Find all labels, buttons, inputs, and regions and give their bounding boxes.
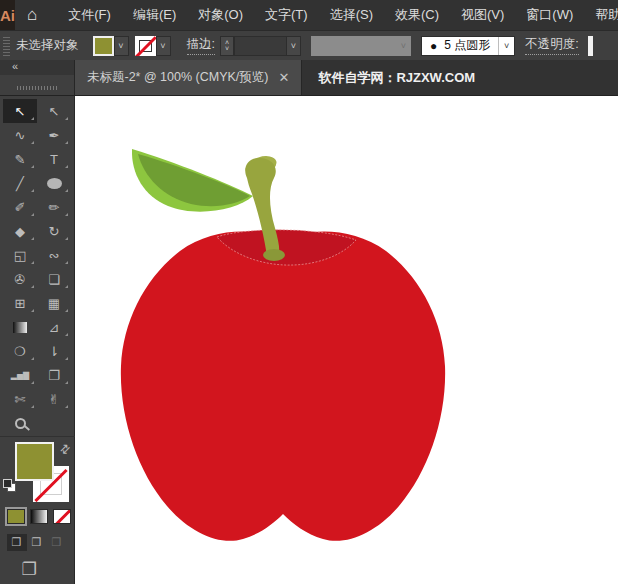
rotate-tool[interactable]: ↻ — [37, 219, 71, 243]
paintbrush-tool[interactable]: ✐ — [3, 195, 37, 219]
stroke-weight-field[interactable] — [234, 36, 286, 56]
control-bar: 未选择对象 ˅ ˅ 描边: ˄ ˅ ˅ ˅ ● 5 点圆形 ˅ 不透明度: — [0, 30, 618, 60]
zoom-tool[interactable] — [3, 411, 37, 435]
scale-tool[interactable]: ◱ — [3, 243, 37, 267]
apple-body-shape[interactable] — [121, 232, 445, 541]
gradient-button[interactable] — [30, 509, 48, 524]
fill-stroke-panel: ⇄ ❒ ❒ ❒ ❐ — [0, 436, 75, 584]
stepper-down-icon: ˅ — [225, 46, 229, 52]
menu-edit[interactable]: 编辑(E) — [122, 0, 187, 30]
stroke-weight-dropdown[interactable]: ˅ — [286, 36, 301, 56]
collapse-toolbar-icon[interactable]: « — [0, 60, 74, 75]
blend-tool[interactable]: ❍ — [3, 339, 37, 363]
direct-selection-tool[interactable]: ↖ — [37, 99, 71, 123]
menu-type[interactable]: 文字(T) — [254, 0, 319, 30]
tab-bar: « 未标题-2* @ 100% (CMYK/预览) ✕ 软件自学网：RJZXW.… — [0, 60, 618, 95]
opacity-field[interactable] — [588, 36, 593, 56]
chevron-down-icon: ˅ — [498, 37, 514, 55]
app-logo: Ai — [0, 0, 15, 30]
fill-indicator[interactable] — [15, 442, 54, 481]
width-profile-dropdown: ˅ — [311, 36, 411, 56]
selection-tool[interactable]: ↖ — [3, 99, 37, 123]
stroke-label[interactable]: 描边: — [187, 36, 215, 55]
gradient-tool[interactable] — [3, 315, 37, 339]
chevron-down-icon: ˅ — [114, 36, 129, 56]
document-tab[interactable]: 未标题-2* @ 100% (CMYK/预览) ✕ — [75, 60, 302, 95]
puppet-warp-tool[interactable]: ✇ — [3, 267, 37, 291]
type-tool[interactable]: T — [37, 147, 71, 171]
perspective-grid-tool[interactable]: ⊞ — [3, 291, 37, 315]
brush-dot-icon: ● — [430, 39, 437, 53]
eyedropper-tool[interactable]: ⇂ — [37, 339, 71, 363]
brush-name: 5 点圆形 — [444, 37, 490, 54]
menu-bar: Ai ⌂ 文件(F) 编辑(E) 对象(O) 文字(T) 选择(S) 效果(C)… — [0, 0, 618, 30]
menu-object[interactable]: 对象(O) — [187, 0, 254, 30]
magnifier-icon — [15, 418, 26, 429]
pencil-tool[interactable]: ✏ — [37, 195, 71, 219]
menu-effect[interactable]: 效果(C) — [384, 0, 450, 30]
selection-status: 未选择对象 — [16, 37, 79, 54]
apple-artwork — [75, 96, 618, 584]
opacity-label[interactable]: 不透明度: — [525, 36, 578, 55]
screen-mode-icon[interactable]: ❐ — [22, 559, 37, 580]
illustrator-window: Ai ⌂ 文件(F) 编辑(E) 对象(O) 文字(T) 选择(S) 效果(C)… — [0, 0, 618, 584]
close-icon[interactable]: ✕ — [278, 70, 289, 85]
tools-panel: ↖ ↖ ∿ ✒ ✎ T ╱ ✐ ✏ ◆ ↻ ◱ ∾ ✇ ❏ ⊞ ▦ ⊿ ❍ — [0, 96, 75, 584]
line-segment-tool[interactable]: ╱ — [3, 171, 37, 195]
stroke-color-combo[interactable]: ˅ — [135, 36, 171, 56]
measure-tool[interactable]: ⊿ — [37, 315, 71, 339]
color-button[interactable] — [7, 509, 25, 524]
swap-fill-stroke-icon[interactable]: ⇄ — [57, 440, 74, 457]
curvature-tool[interactable]: ✎ — [3, 147, 37, 171]
artboard-tool[interactable]: ❐ — [37, 363, 71, 387]
width-tool[interactable]: ∾ — [37, 243, 71, 267]
menu-select[interactable]: 选择(S) — [319, 0, 384, 30]
ellipse-tool[interactable] — [37, 171, 71, 195]
panel-grip-icon[interactable] — [3, 36, 10, 56]
fill-color-combo[interactable]: ˅ — [93, 36, 129, 56]
artboard-canvas[interactable] — [75, 96, 618, 584]
home-icon[interactable]: ⌂ — [15, 5, 49, 25]
lasso-tool[interactable]: ∿ — [3, 123, 37, 147]
stroke-weight-stepper[interactable]: ˄ ˅ — [220, 36, 234, 56]
hand-tool[interactable]: ✌ — [37, 387, 71, 411]
toolbar-header: « — [0, 60, 75, 95]
shape-builder-tool[interactable]: ❏ — [37, 267, 71, 291]
mesh-tool[interactable]: ▦ — [37, 291, 71, 315]
none-button[interactable] — [53, 509, 71, 524]
eraser-tool[interactable]: ◆ — [3, 219, 37, 243]
fill-swatch — [93, 36, 114, 56]
menu-window[interactable]: 窗口(W) — [515, 0, 584, 30]
column-graph-tool[interactable]: ▂▅▇ — [3, 363, 37, 387]
draw-normal-mode[interactable]: ❒ — [7, 534, 27, 551]
pen-tool[interactable]: ✒ — [37, 123, 71, 147]
stem-base-shape[interactable] — [263, 249, 285, 261]
draw-inside-mode: ❒ — [47, 534, 67, 551]
watermark-text: 软件自学网：RJZXW.COM — [318, 60, 475, 95]
document-tab-title: 未标题-2* @ 100% (CMYK/预览) — [87, 69, 268, 86]
slice-tool[interactable]: ✄ — [3, 387, 37, 411]
toolbar-drag-handle[interactable] — [17, 86, 57, 90]
draw-behind-mode[interactable]: ❒ — [27, 534, 47, 551]
ellipse-icon — [47, 178, 62, 189]
chevron-down-icon: ˅ — [396, 36, 411, 56]
chevron-down-icon: ˅ — [156, 36, 171, 56]
menu-help[interactable]: 帮助(H) — [584, 0, 618, 30]
stroke-none-swatch — [135, 36, 156, 56]
menu-file[interactable]: 文件(F) — [57, 0, 122, 30]
brush-definition-dropdown[interactable]: ● 5 点圆形 ˅ — [421, 36, 515, 56]
gradient-icon — [13, 322, 27, 333]
menu-view[interactable]: 视图(V) — [450, 0, 515, 30]
